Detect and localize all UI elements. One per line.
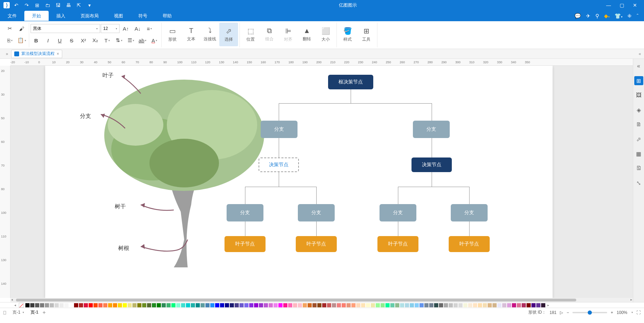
document-tab[interactable]: 算法模型决策流程 ×	[11, 50, 62, 58]
panel-page-icon[interactable]: 🗎	[634, 120, 643, 129]
horizontal-scrollbar[interactable]: ◂ ▸	[10, 298, 633, 302]
copy-button[interactable]: ⎘▾	[4, 35, 15, 46]
collapse-ribbon-icon[interactable]: ˆ	[637, 13, 638, 19]
tools-button[interactable]: ⊞工具	[357, 23, 376, 46]
color-swatch[interactable]	[405, 303, 409, 307]
color-swatch[interactable]	[152, 303, 156, 307]
color-swatch[interactable]	[171, 303, 176, 307]
color-swatch[interactable]	[366, 303, 370, 307]
zoom-out-button[interactable]: −	[566, 310, 569, 315]
color-swatch[interactable]	[371, 303, 375, 307]
color-swatch[interactable]	[191, 303, 195, 307]
undo-button[interactable]: ↶	[13, 1, 20, 9]
panel-expand-icon[interactable]: «	[634, 62, 643, 71]
theme-icon[interactable]: 👕▾	[614, 13, 622, 19]
bold-button[interactable]: B	[31, 35, 42, 46]
subscript-button[interactable]: X₂	[90, 35, 101, 46]
color-swatch[interactable]	[181, 303, 185, 307]
color-swatch[interactable]	[400, 303, 404, 307]
color-swatch[interactable]	[55, 303, 59, 307]
line-spacing-button[interactable]: ⇅▾	[113, 35, 124, 46]
underline-button[interactable]: U	[54, 35, 65, 46]
color-swatch[interactable]	[439, 303, 443, 307]
color-swatch[interactable]	[337, 303, 341, 307]
tab-help[interactable]: 帮助	[155, 11, 179, 21]
color-swatch[interactable]	[288, 303, 292, 307]
color-swatch[interactable]	[210, 303, 214, 307]
color-swatch[interactable]	[98, 303, 103, 307]
color-swatch[interactable]	[317, 303, 321, 307]
color-swatch[interactable]	[239, 303, 244, 307]
color-swatch[interactable]	[473, 303, 477, 307]
page-select[interactable]: 页-1 ▾	[10, 308, 26, 316]
decrease-font-button[interactable]: A↓	[132, 23, 143, 34]
color-swatch[interactable]	[298, 303, 302, 307]
color-swatch[interactable]	[69, 303, 73, 307]
color-swatch[interactable]	[254, 303, 258, 307]
color-swatch[interactable]	[74, 303, 78, 307]
connector-tool-button[interactable]: ⤵连接线	[201, 23, 219, 46]
tab-file[interactable]: 文件	[0, 11, 24, 21]
color-swatch[interactable]	[356, 303, 360, 307]
zoom-in-button[interactable]: +	[611, 310, 613, 315]
panel-shapes-icon[interactable]: ⊞	[634, 76, 643, 85]
color-swatch[interactable]	[89, 303, 93, 307]
highlight-button[interactable]: ab▾	[137, 35, 148, 46]
italic-button[interactable]: I	[42, 35, 54, 46]
fit-page-button[interactable]: ⛶	[636, 310, 641, 315]
list-button[interactable]: ☰▾	[125, 35, 136, 46]
print-button[interactable]: 🖶	[65, 1, 72, 9]
color-swatch[interactable]	[444, 303, 448, 307]
color-swatch[interactable]	[512, 303, 516, 307]
tab-home[interactable]: 开始	[24, 11, 49, 21]
color-swatch[interactable]	[327, 303, 331, 307]
color-swatch[interactable]	[176, 303, 180, 307]
add-page-button[interactable]: +	[42, 309, 46, 316]
color-swatch[interactable]	[395, 303, 399, 307]
superscript-button[interactable]: X²	[78, 35, 89, 46]
zoom-slider[interactable]	[572, 312, 607, 313]
canvas-area[interactable]: 叶子 分支 树干 树根 根决策节点 分支 分支 决策节点 决策节点 分支	[10, 66, 633, 298]
tab-insert[interactable]: 插入	[49, 11, 73, 21]
node-b4[interactable]: 分支	[298, 204, 335, 221]
color-swatch[interactable]	[332, 303, 336, 307]
color-swatch[interactable]	[342, 303, 346, 307]
color-swatch[interactable]	[103, 303, 107, 307]
color-swatch[interactable]	[531, 303, 536, 307]
align-button[interactable]: ≡▾	[144, 23, 155, 34]
color-swatch[interactable]	[390, 303, 394, 307]
font-name-select[interactable]: 黑体▾	[31, 24, 100, 33]
color-swatch[interactable]	[361, 303, 365, 307]
color-swatch[interactable]	[278, 303, 283, 307]
color-swatch[interactable]	[303, 303, 307, 307]
color-swatch[interactable]	[351, 303, 356, 307]
color-swatch[interactable]	[415, 303, 419, 307]
color-swatch[interactable]	[385, 303, 390, 307]
color-swatch[interactable]	[235, 303, 239, 307]
color-swatch[interactable]	[527, 303, 531, 307]
color-swatch[interactable]	[225, 303, 229, 307]
color-swatch[interactable]	[458, 303, 463, 307]
color-swatch[interactable]	[50, 303, 54, 307]
color-swatch[interactable]	[113, 303, 117, 307]
export-button[interactable]: ⇱	[75, 1, 83, 9]
select-tool-button[interactable]: ⬀选择	[219, 23, 238, 46]
color-swatch[interactable]	[468, 303, 472, 307]
color-swatch[interactable]	[196, 303, 200, 307]
diamond-icon[interactable]: ◆▾	[604, 13, 610, 19]
color-swatch[interactable]	[157, 303, 161, 307]
color-swatch[interactable]	[517, 303, 521, 307]
node-decision1-selected[interactable]: 决策节点	[259, 158, 299, 172]
color-swatch[interactable]	[522, 303, 526, 307]
color-swatch[interactable]	[166, 303, 171, 307]
node-b6[interactable]: 分支	[451, 204, 488, 221]
font-size-select[interactable]: 12▾	[101, 24, 120, 33]
color-swatch[interactable]	[507, 303, 511, 307]
color-swatch[interactable]	[249, 303, 253, 307]
color-swatch[interactable]	[419, 303, 424, 307]
tab-view[interactable]: 视图	[106, 11, 131, 21]
feedback-icon[interactable]: 💬	[574, 13, 581, 19]
size-button[interactable]: ⬜大小	[316, 23, 335, 46]
node-branch2[interactable]: 分支	[413, 121, 450, 138]
apps-icon[interactable]: ⁜	[627, 13, 632, 19]
